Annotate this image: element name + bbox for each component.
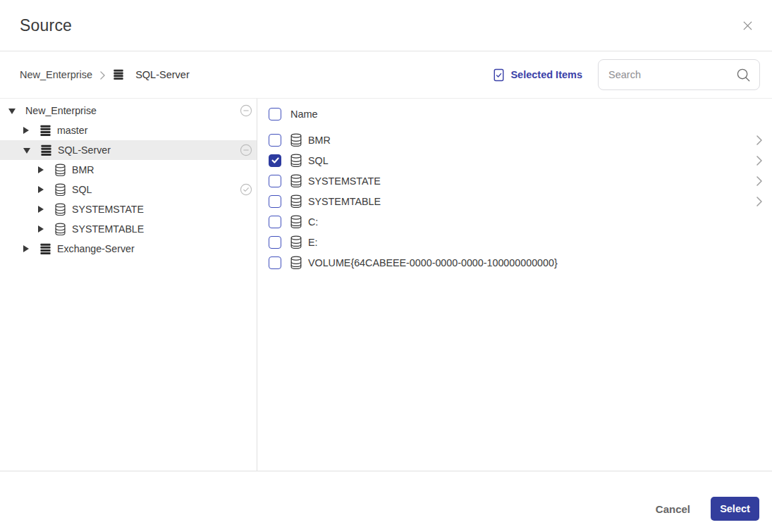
database-icon bbox=[54, 203, 66, 216]
tree-item-bmr[interactable]: BMR bbox=[0, 160, 257, 180]
close-icon[interactable] bbox=[739, 17, 756, 35]
database-icon bbox=[290, 235, 302, 249]
tree-item-sql[interactable]: SQL bbox=[0, 180, 257, 199]
caret-right-icon[interactable] bbox=[38, 206, 44, 213]
chevron-right-icon[interactable] bbox=[756, 197, 762, 206]
database-icon bbox=[290, 256, 302, 270]
search-box bbox=[598, 59, 760, 90]
selected-items-label: Selected Items bbox=[510, 69, 582, 80]
list-item-label: E: bbox=[308, 237, 318, 248]
tree-item-systemstate[interactable]: SYSTEMSTATE bbox=[0, 199, 257, 219]
row-checkbox[interactable] bbox=[269, 175, 281, 187]
tree-panel: New_Enterprise master SQL-Server bbox=[0, 99, 257, 471]
page-title: Source bbox=[20, 16, 72, 35]
chevron-right-icon[interactable] bbox=[756, 156, 762, 166]
list-header-row: Name bbox=[269, 103, 772, 125]
database-icon bbox=[54, 223, 66, 236]
tree-item-label: SQL bbox=[72, 184, 92, 195]
tree-item-label: SYSTEMSTATE bbox=[72, 204, 144, 215]
tree-item-sql-server[interactable]: SQL-Server bbox=[0, 140, 257, 160]
database-icon bbox=[54, 163, 66, 177]
toolbar-right: Selected Items bbox=[493, 59, 760, 90]
tree-item-label: Exchange-Server bbox=[57, 243, 135, 254]
database-icon bbox=[290, 133, 302, 147]
database-icon bbox=[290, 194, 302, 209]
document-check-icon bbox=[493, 68, 505, 82]
circle-minus-icon bbox=[240, 144, 252, 156]
tree-item-systemtable[interactable]: SYSTEMTABLE bbox=[0, 219, 257, 239]
server-icon bbox=[39, 125, 51, 137]
select-all-checkbox[interactable] bbox=[269, 108, 281, 120]
dialog-content: New_Enterprise master SQL-Server bbox=[0, 99, 772, 471]
tree-item-exchange-server[interactable]: Exchange-Server bbox=[0, 239, 257, 259]
source-dialog: Source New_Enterprise SQL-Server Sele bbox=[0, 0, 772, 532]
list-item-label: SQL bbox=[308, 155, 329, 166]
tree-item-new-enterprise[interactable]: New_Enterprise bbox=[0, 101, 257, 120]
breadcrumb-root[interactable]: New_Enterprise bbox=[20, 69, 92, 80]
chevron-right-icon[interactable] bbox=[756, 176, 762, 186]
tree-item-label: New_Enterprise bbox=[25, 105, 97, 116]
database-icon bbox=[290, 174, 302, 188]
server-icon bbox=[113, 69, 124, 80]
database-icon bbox=[290, 154, 302, 168]
name-column-header: Name bbox=[290, 109, 318, 120]
database-icon bbox=[290, 215, 302, 229]
tree-item-label: master bbox=[57, 125, 87, 136]
list-item-volume[interactable]: VOLUME{64CABEEE-0000-0000-0000-100000000… bbox=[269, 252, 772, 273]
caret-right-icon[interactable] bbox=[23, 245, 29, 252]
caret-right-icon[interactable] bbox=[38, 225, 44, 233]
caret-down-icon[interactable] bbox=[23, 148, 30, 154]
circle-check-icon bbox=[240, 183, 252, 196]
row-checkbox[interactable] bbox=[269, 236, 281, 249]
row-checkbox[interactable] bbox=[269, 134, 281, 147]
row-checkbox[interactable] bbox=[269, 216, 281, 228]
chevron-right-icon bbox=[100, 71, 105, 80]
search-input[interactable] bbox=[608, 69, 736, 80]
chevron-right-icon[interactable] bbox=[756, 135, 762, 145]
dialog-footer: Cancel Select bbox=[0, 471, 772, 532]
breadcrumb-current-label: SQL-Server bbox=[135, 69, 190, 80]
tree-item-master[interactable]: master bbox=[0, 120, 257, 140]
items-panel: Name BMR SQL bbox=[257, 99, 772, 471]
circle-minus-icon bbox=[240, 104, 252, 117]
caret-right-icon[interactable] bbox=[38, 166, 44, 173]
server-icon bbox=[40, 144, 52, 156]
selected-items-button[interactable]: Selected Items bbox=[493, 68, 582, 82]
caret-right-icon[interactable] bbox=[23, 127, 29, 134]
list-item-label: BMR bbox=[308, 135, 331, 146]
breadcrumb: New_Enterprise SQL-Server bbox=[20, 69, 190, 80]
row-checkbox[interactable] bbox=[269, 195, 281, 208]
list-item-label: SYSTEMSTATE bbox=[308, 175, 381, 187]
cancel-button[interactable]: Cancel bbox=[651, 497, 694, 521]
toolbar: New_Enterprise SQL-Server Selected Items bbox=[0, 51, 772, 99]
caret-right-icon[interactable] bbox=[38, 186, 44, 193]
row-checkbox[interactable] bbox=[269, 154, 281, 167]
list-item-bmr[interactable]: BMR bbox=[269, 130, 772, 150]
tree-item-label: BMR bbox=[72, 164, 94, 175]
breadcrumb-current: SQL-Server bbox=[113, 69, 190, 80]
server-icon bbox=[39, 243, 51, 255]
list-item-sql[interactable]: SQL bbox=[269, 150, 772, 171]
list-item-label: SYSTEMTABLE bbox=[308, 196, 381, 207]
list-rows: BMR SQL bbox=[269, 130, 772, 273]
tree-item-label: SQL-Server bbox=[58, 144, 111, 156]
list-item-systemstate[interactable]: SYSTEMSTATE bbox=[269, 171, 772, 191]
list-item-label: C: bbox=[308, 216, 318, 228]
row-checkbox[interactable] bbox=[269, 256, 281, 269]
caret-down-icon[interactable] bbox=[8, 109, 16, 114]
list-item-systemtable[interactable]: SYSTEMTABLE bbox=[269, 191, 772, 211]
list-item-e-drive[interactable]: E: bbox=[269, 232, 772, 252]
tree-item-label: SYSTEMTABLE bbox=[72, 223, 144, 235]
list-item-label: VOLUME{64CABEEE-0000-0000-0000-100000000… bbox=[308, 257, 558, 268]
select-button[interactable]: Select bbox=[711, 497, 759, 521]
dialog-header: Source bbox=[0, 0, 772, 51]
search-icon bbox=[736, 68, 751, 82]
list-item-c-drive[interactable]: C: bbox=[269, 211, 772, 232]
database-icon bbox=[54, 183, 66, 197]
